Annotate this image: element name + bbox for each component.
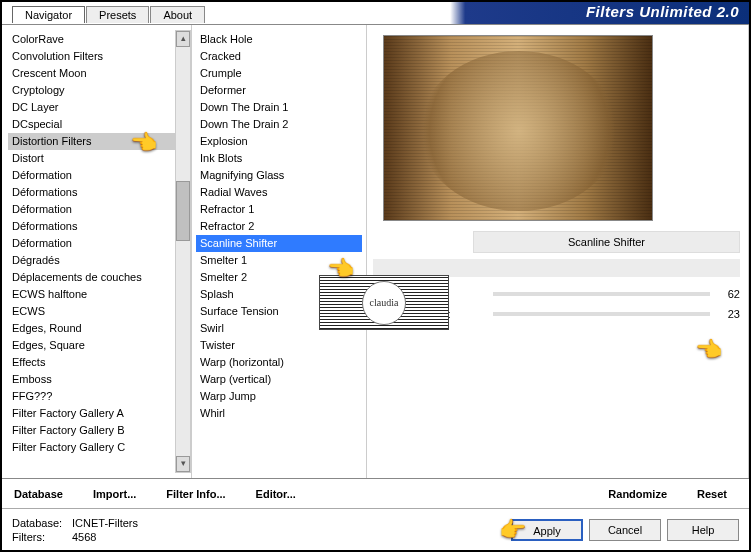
- category-item[interactable]: Cryptology: [8, 82, 191, 99]
- filter-item[interactable]: Refractor 1: [196, 201, 362, 218]
- tab-presets[interactable]: Presets: [86, 6, 149, 23]
- cancel-button[interactable]: Cancel: [589, 519, 661, 541]
- category-item[interactable]: Déformations: [8, 184, 191, 201]
- reset-button[interactable]: Reset: [697, 488, 727, 500]
- filter-item[interactable]: Deformer: [196, 82, 362, 99]
- toolbar: Database Import... Filter Info... Editor…: [2, 478, 749, 508]
- category-item[interactable]: Dégradés: [8, 252, 191, 269]
- category-item[interactable]: ColorRave: [8, 31, 191, 48]
- category-item[interactable]: DC Layer: [8, 99, 191, 116]
- app-title: Filters Unlimited 2.0: [586, 3, 739, 20]
- filter-column: Black HoleCrackedCrumpleDeformerDown The…: [192, 25, 367, 478]
- category-item[interactable]: Filter Factory Gallery B: [8, 422, 191, 439]
- status-db-label: Database:: [12, 516, 72, 530]
- tab-strip: Navigator Presets About: [12, 6, 206, 23]
- filter-item[interactable]: Warp (horizontal): [196, 354, 362, 371]
- category-item[interactable]: Crescent Moon: [8, 65, 191, 82]
- editor-button[interactable]: Editor...: [256, 488, 296, 500]
- filter-item[interactable]: Smelter 1: [196, 252, 362, 269]
- filter-item[interactable]: Warp (vertical): [196, 371, 362, 388]
- preview-column: claudia Scanline Shifter Shift 62 Scanli…: [367, 25, 749, 478]
- scroll-thumb[interactable]: [176, 181, 190, 241]
- category-item[interactable]: Déformation: [8, 201, 191, 218]
- category-item[interactable]: Déplacements de couches: [8, 269, 191, 286]
- slider-shift[interactable]: [493, 292, 710, 296]
- filter-item[interactable]: Twister: [196, 337, 362, 354]
- category-item[interactable]: Emboss: [8, 371, 191, 388]
- tab-navigator[interactable]: Navigator: [12, 6, 85, 23]
- category-item[interactable]: Filter Factory Gallery A: [8, 405, 191, 422]
- apply-button[interactable]: Apply: [511, 519, 583, 541]
- watermark-text: claudia: [362, 281, 406, 325]
- category-item[interactable]: Edges, Square: [8, 337, 191, 354]
- slider-scanline-height[interactable]: [493, 312, 710, 316]
- database-button[interactable]: Database: [14, 488, 63, 500]
- param-value-shift: 62: [710, 288, 740, 300]
- category-scrollbar[interactable]: ▴ ▾: [175, 30, 191, 473]
- filter-item[interactable]: Warp Jump: [196, 388, 362, 405]
- category-item[interactable]: Convolution Filters: [8, 48, 191, 65]
- category-item[interactable]: Distort: [8, 150, 191, 167]
- category-item[interactable]: FFG???: [8, 388, 191, 405]
- dialog-buttons: Apply Cancel Help: [511, 519, 739, 541]
- filter-item[interactable]: Explosion: [196, 133, 362, 150]
- filter-item[interactable]: Down The Drain 2: [196, 116, 362, 133]
- filter-info-button[interactable]: Filter Info...: [166, 488, 225, 500]
- category-item[interactable]: Edges, Round: [8, 320, 191, 337]
- category-item[interactable]: Déformation: [8, 235, 191, 252]
- category-list[interactable]: ColorRaveConvolution FiltersCrescent Moo…: [8, 31, 191, 472]
- filter-item[interactable]: Whirl: [196, 405, 362, 422]
- filter-list[interactable]: Black HoleCrackedCrumpleDeformerDown The…: [196, 31, 362, 472]
- category-item[interactable]: Distortion Filters: [8, 133, 191, 150]
- watermark-stamp: claudia: [319, 275, 449, 330]
- category-item[interactable]: Effects: [8, 354, 191, 371]
- filter-item[interactable]: Magnifying Glass: [196, 167, 362, 184]
- filter-name-label: Scanline Shifter: [473, 231, 740, 253]
- status-filters-value: 4568: [72, 531, 96, 543]
- category-item[interactable]: ECWS halftone: [8, 286, 191, 303]
- scroll-down-button[interactable]: ▾: [176, 456, 190, 472]
- filter-item[interactable]: Radial Waves: [196, 184, 362, 201]
- filter-item[interactable]: Black Hole: [196, 31, 362, 48]
- help-button[interactable]: Help: [667, 519, 739, 541]
- import-button[interactable]: Import...: [93, 488, 136, 500]
- filter-item[interactable]: Scanline Shifter: [196, 235, 362, 252]
- filter-item[interactable]: Refractor 2: [196, 218, 362, 235]
- preview-image: [383, 35, 653, 221]
- status-db-value: ICNET-Filters: [72, 517, 138, 529]
- category-item[interactable]: Déformation: [8, 167, 191, 184]
- scroll-up-button[interactable]: ▴: [176, 31, 190, 47]
- main-area: ColorRaveConvolution FiltersCrescent Moo…: [2, 24, 749, 478]
- filter-item[interactable]: Down The Drain 1: [196, 99, 362, 116]
- category-item[interactable]: Filter Factory Gallery C: [8, 439, 191, 456]
- category-item[interactable]: Déformations: [8, 218, 191, 235]
- status-bar: Database:ICNET-Filters Filters:4568 Appl…: [2, 508, 749, 550]
- filter-item[interactable]: Crumple: [196, 65, 362, 82]
- category-item[interactable]: DCspecial: [8, 116, 191, 133]
- title-bar: Navigator Presets About Filters Unlimite…: [2, 2, 749, 24]
- tab-about[interactable]: About: [150, 6, 205, 23]
- status-filters-label: Filters:: [12, 530, 72, 544]
- param-value-scanline-height: 23: [710, 308, 740, 320]
- category-item[interactable]: ECWS: [8, 303, 191, 320]
- category-column: ColorRaveConvolution FiltersCrescent Moo…: [2, 25, 192, 478]
- filter-item[interactable]: Cracked: [196, 48, 362, 65]
- status-text: Database:ICNET-Filters Filters:4568: [12, 516, 138, 544]
- randomize-button[interactable]: Randomize: [608, 488, 667, 500]
- filter-item[interactable]: Ink Blots: [196, 150, 362, 167]
